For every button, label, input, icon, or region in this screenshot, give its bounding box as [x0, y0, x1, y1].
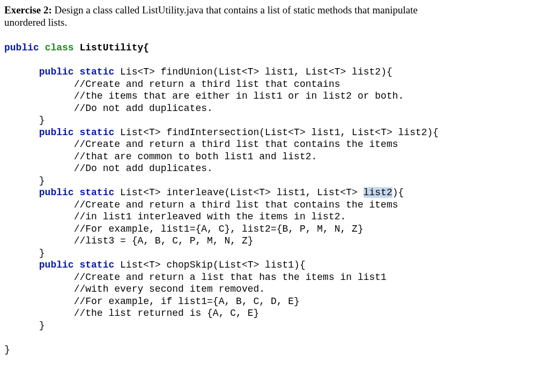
- brace-close: }: [4, 344, 10, 355]
- keyword-public: public: [39, 260, 74, 270]
- highlighted-text: list2: [363, 187, 392, 198]
- comment: //For example, if list1={A, B, C, D, E}: [74, 296, 300, 307]
- keyword-static: static: [79, 187, 114, 198]
- comment: //Do not add duplicates.: [74, 163, 213, 174]
- comment: //that are common to both list1 and list…: [74, 151, 317, 162]
- comment: //with every second item removed.: [74, 284, 265, 294]
- brace-close: }: [39, 320, 45, 331]
- comment: //in list1 interleaved with the items in…: [74, 211, 346, 222]
- comment: //Create and return a list that has the …: [74, 272, 387, 283]
- keyword-static: static: [79, 127, 114, 138]
- comment: //the items that are either in list1 or …: [74, 91, 404, 101]
- comment: //list3 = {A, B, C, P, M, N, Z}: [74, 235, 254, 246]
- keyword-static: static: [79, 260, 114, 270]
- method-findunion-sig: Lis<T> findUnion(List<T> list1, List<T> …: [114, 66, 392, 77]
- keyword-public: public: [39, 66, 74, 77]
- keyword-class: class: [45, 42, 74, 53]
- method-interleave-sig-a: List<T> interleave(List<T> list1, List<T…: [114, 187, 363, 198]
- brace-close: }: [39, 248, 45, 258]
- comment: //Create and return a third list that co…: [74, 199, 398, 210]
- comment: //the list returned is {A, C, E}: [74, 308, 259, 319]
- prompt-line2: unordered lists.: [4, 17, 67, 28]
- keyword-static: static: [79, 66, 114, 77]
- brace-close: }: [39, 115, 45, 125]
- method-chopskip-sig: List<T> chopSkip(List<T> list1){: [114, 260, 305, 270]
- class-name: ListUtility{: [74, 42, 149, 53]
- comment: //For example, list1={A, C}, list2={B, P…: [74, 224, 363, 234]
- exercise-label: Exercise 2:: [4, 4, 52, 16]
- comment: //Do not add duplicates.: [74, 103, 213, 114]
- prompt-line1: Design a class called ListUtility.java t…: [52, 4, 418, 16]
- keyword-public: public: [39, 187, 74, 198]
- method-findintersection-sig: List<T> findIntersection(List<T> list1, …: [114, 127, 439, 138]
- method-interleave-sig-b: ){: [392, 187, 404, 198]
- keyword-public: public: [39, 127, 74, 138]
- brace-close: }: [39, 175, 45, 186]
- code-block: public class ListUtility{ public static …: [4, 30, 545, 356]
- comment: //Create and return a third list that co…: [74, 79, 340, 90]
- keyword-public: public: [4, 42, 39, 53]
- exercise-prompt: Exercise 2: Design a class called ListUt…: [4, 4, 545, 29]
- comment: //Create and return a third list that co…: [74, 139, 398, 150]
